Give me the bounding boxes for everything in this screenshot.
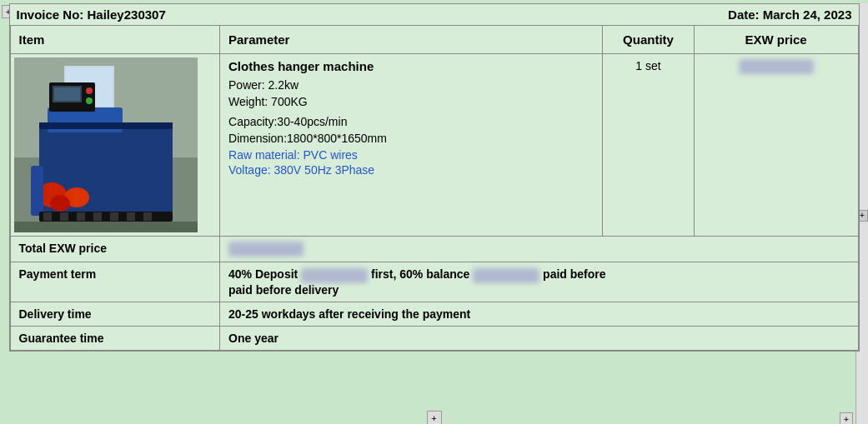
svg-rect-15 — [31, 166, 43, 216]
invoice-header: Invoice No: Hailey230307 Date: March 24,… — [10, 4, 859, 25]
svg-rect-21 — [93, 212, 102, 221]
svg-rect-17 — [39, 212, 173, 222]
svg-point-14 — [50, 195, 70, 212]
payment-text-delivery: paid before delivery — [228, 283, 339, 297]
invoice-date: Date: March 24, 2023 — [728, 7, 851, 22]
table-header-row: Item Parameter Quantity EXW price — [10, 26, 858, 54]
svg-rect-23 — [127, 212, 135, 221]
param-capacity: Capacity:30-40pcs/min — [228, 115, 594, 128]
svg-rect-19 — [60, 212, 68, 221]
svg-rect-20 — [77, 212, 85, 221]
param-power: Power: 2.2kw — [228, 78, 594, 92]
svg-rect-8 — [54, 87, 80, 101]
header-parameter: Parameter — [220, 26, 603, 54]
header-quantity: Quantity — [603, 26, 694, 54]
svg-rect-24 — [143, 212, 152, 221]
svg-point-9 — [86, 87, 93, 94]
payment-blurred-1 — [301, 268, 368, 283]
total-label: Total EXW price — [10, 237, 220, 262]
payment-value-cell: 40% Deposit first, 60% balance paid befo… — [220, 262, 858, 302]
payment-text-post: paid before — [543, 267, 605, 281]
svg-rect-16 — [156, 157, 173, 216]
guarantee-value: One year — [220, 326, 858, 350]
guarantee-label: Guarantee time — [10, 326, 220, 350]
invoice-table: Item Parameter Quantity EXW price — [10, 25, 859, 351]
header-exw-price: EXW price — [694, 26, 858, 54]
header-item: Item — [10, 26, 220, 54]
delivery-value: 20-25 workdays after receiving the payme… — [220, 302, 858, 326]
svg-rect-11 — [39, 122, 173, 129]
invoice-number: Invoice No: Hailey230307 — [17, 7, 166, 22]
plus-icon-bottom-right: + — [844, 414, 849, 424]
product-image — [14, 57, 198, 232]
svg-rect-18 — [43, 212, 52, 221]
total-value-cell — [220, 237, 858, 262]
price-blurred — [739, 59, 814, 74]
payment-blurred-2 — [473, 268, 539, 283]
guarantee-row: Guarantee time One year — [10, 326, 858, 350]
plus-icon-bottom: + — [431, 413, 436, 423]
svg-rect-22 — [110, 212, 118, 221]
delivery-label: Delivery time — [10, 302, 220, 326]
total-row: Total EXW price — [10, 237, 858, 262]
invoice-container: Invoice No: Hailey230307 Date: March 24,… — [9, 3, 860, 352]
delivery-row: Delivery time 20-25 workdays after recei… — [10, 302, 858, 326]
total-blurred — [228, 242, 304, 257]
param-weight: Weight: 700KG — [228, 95, 594, 108]
product-title: Clothes hanger machine — [228, 59, 594, 73]
add-button-bottom-right[interactable]: + — [840, 412, 853, 424]
svg-rect-25 — [14, 222, 198, 232]
product-row: Clothes hanger machine Power: 2.2kw Weig… — [10, 54, 858, 237]
item-image-cell — [10, 54, 220, 237]
payment-label: Payment term — [10, 262, 220, 302]
svg-point-10 — [86, 97, 93, 104]
param-raw-material: Raw material: PVC wires — [228, 148, 594, 162]
parameter-cell: Clothes hanger machine Power: 2.2kw Weig… — [220, 54, 603, 237]
add-button-bottom[interactable]: + — [427, 411, 442, 424]
payment-text-mid: first, 60% balance — [371, 267, 473, 281]
payment-row: Payment term 40% Deposit first, 60% bala… — [10, 262, 858, 302]
quantity-cell: 1 set — [603, 54, 694, 237]
quantity-value: 1 set — [635, 59, 660, 72]
param-voltage: Voltage: 380V 50Hz 3Phase — [228, 163, 594, 177]
param-dimension: Dimension:1800*800*1650mm — [228, 132, 594, 145]
payment-text-pre: 40% Deposit — [228, 267, 298, 281]
price-cell — [694, 54, 858, 237]
